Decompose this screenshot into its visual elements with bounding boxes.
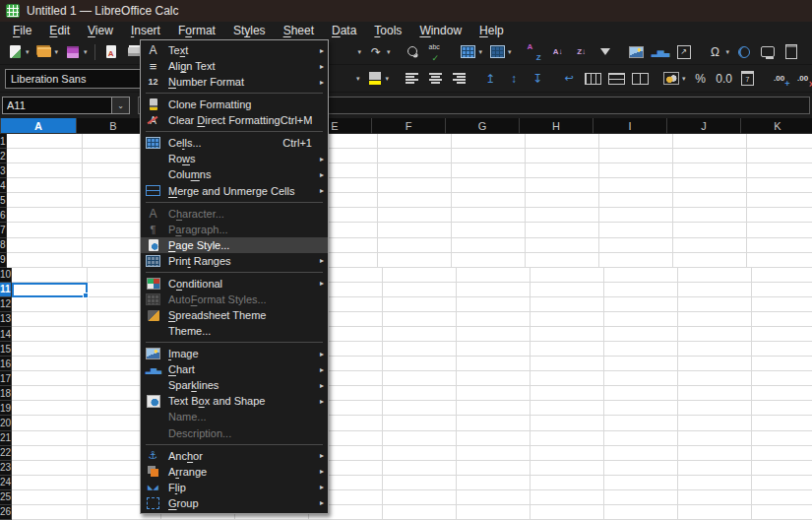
cell-H10[interactable] bbox=[531, 268, 604, 283]
cell-H7[interactable] bbox=[526, 223, 599, 237]
dropdown-arrow-icon[interactable]: ▾ bbox=[386, 75, 390, 83]
cell-J14[interactable] bbox=[678, 327, 752, 342]
dropdown-arrow-icon[interactable]: ▾ bbox=[356, 75, 360, 83]
spell-check-button[interactable] bbox=[426, 41, 448, 63]
menu-item-flip[interactable]: Flip▸ bbox=[141, 480, 328, 495]
cell-F16[interactable] bbox=[383, 357, 457, 371]
date-format-button[interactable] bbox=[737, 68, 759, 90]
cell-F9[interactable] bbox=[378, 253, 452, 268]
menubar-item-format[interactable]: Format bbox=[169, 23, 224, 38]
cell-K1[interactable] bbox=[747, 134, 812, 149]
menu-item-align-text[interactable]: Align Text▸ bbox=[141, 58, 328, 74]
cell-F18[interactable] bbox=[383, 386, 457, 401]
cell-F11[interactable] bbox=[383, 283, 457, 297]
cell-A19[interactable] bbox=[12, 401, 88, 416]
cell-A7[interactable] bbox=[7, 223, 83, 237]
cell-H12[interactable] bbox=[531, 297, 604, 312]
cell-J23[interactable] bbox=[678, 461, 752, 476]
cell-G1[interactable] bbox=[452, 134, 526, 149]
cell-G14[interactable] bbox=[457, 327, 531, 342]
row-header-15[interactable]: 15 bbox=[0, 342, 12, 357]
cell-A25[interactable] bbox=[12, 490, 88, 505]
cell-F5[interactable] bbox=[378, 193, 452, 208]
column-header-k[interactable]: K bbox=[741, 118, 812, 134]
align-center-button[interactable] bbox=[424, 68, 446, 90]
cell-A3[interactable] bbox=[7, 163, 83, 178]
cell-A24[interactable] bbox=[12, 476, 88, 490]
menu-item-conditional[interactable]: Conditional▸ bbox=[141, 276, 328, 292]
align-left-button[interactable] bbox=[401, 68, 422, 90]
cell-F8[interactable] bbox=[378, 238, 452, 253]
cell-G3[interactable] bbox=[452, 163, 526, 178]
cell-H6[interactable] bbox=[526, 208, 599, 223]
cell-J8[interactable] bbox=[673, 238, 747, 253]
cell-F26[interactable] bbox=[383, 505, 457, 520]
cell-K12[interactable] bbox=[752, 297, 812, 312]
cell-A18[interactable] bbox=[12, 386, 88, 401]
cell-I22[interactable] bbox=[604, 446, 678, 461]
cell-G21[interactable] bbox=[457, 431, 531, 446]
cell-A2[interactable] bbox=[7, 149, 83, 163]
cell-A22[interactable] bbox=[12, 446, 88, 461]
cell-J10[interactable] bbox=[678, 268, 752, 283]
cell-K17[interactable] bbox=[752, 371, 812, 386]
cell-K11[interactable] bbox=[752, 283, 812, 297]
cell-A12[interactable] bbox=[12, 297, 88, 312]
dropdown-arrow-icon[interactable]: ▾ bbox=[387, 48, 391, 56]
wrap-text-button[interactable] bbox=[558, 68, 580, 90]
autofilter-button[interactable] bbox=[594, 41, 616, 63]
row-header-17[interactable]: 17 bbox=[0, 371, 12, 386]
cell-K13[interactable] bbox=[752, 312, 812, 327]
cell-J2[interactable] bbox=[673, 149, 747, 163]
cell-A16[interactable] bbox=[12, 357, 88, 371]
cell-G5[interactable] bbox=[452, 193, 526, 208]
align-top-button[interactable] bbox=[479, 68, 501, 90]
cell-J26[interactable] bbox=[678, 505, 752, 520]
cell-J3[interactable] bbox=[673, 163, 747, 178]
cell-G26[interactable] bbox=[457, 505, 531, 520]
insert-comment-button[interactable] bbox=[757, 41, 779, 63]
insert-chart-button[interactable] bbox=[650, 41, 671, 63]
cell-I17[interactable] bbox=[604, 371, 678, 386]
cell-I13[interactable] bbox=[604, 312, 678, 327]
dropdown-arrow-icon[interactable]: ▾ bbox=[682, 75, 686, 83]
cell-F10[interactable] bbox=[383, 268, 457, 283]
cell-H14[interactable] bbox=[531, 327, 604, 342]
cell-F13[interactable] bbox=[383, 312, 457, 327]
delete-decimal-place-button[interactable] bbox=[792, 68, 812, 90]
cell-F2[interactable] bbox=[378, 149, 452, 163]
cell-K22[interactable] bbox=[752, 446, 812, 461]
menu-item-arrange[interactable]: Arrange▸ bbox=[141, 464, 328, 480]
cell-I3[interactable] bbox=[599, 163, 673, 178]
cell-H21[interactable] bbox=[531, 431, 604, 446]
cell-I1[interactable] bbox=[599, 134, 673, 149]
dropdown-arrow-icon[interactable]: ▾ bbox=[508, 48, 512, 56]
menu-item-theme[interactable]: Theme... bbox=[141, 323, 328, 339]
dropdown-arrow-icon[interactable]: ▾ bbox=[55, 48, 59, 56]
dropdown-arrow-icon[interactable]: ▾ bbox=[84, 48, 88, 56]
find-replace-button[interactable] bbox=[403, 41, 424, 63]
cell-H19[interactable] bbox=[531, 401, 604, 416]
cell-K20[interactable] bbox=[752, 416, 812, 430]
menu-item-spreadsheet-theme[interactable]: Spreadsheet Theme bbox=[141, 307, 328, 323]
menu-item-group[interactable]: Group▸ bbox=[141, 495, 328, 511]
cell-J15[interactable] bbox=[678, 342, 752, 357]
menubar-item-data[interactable]: Data bbox=[323, 23, 365, 38]
cell-K3[interactable] bbox=[747, 163, 812, 178]
cell-K5[interactable] bbox=[747, 193, 812, 208]
cell-H1[interactable] bbox=[526, 134, 599, 149]
row-header-19[interactable]: 19 bbox=[0, 401, 12, 416]
cell-H23[interactable] bbox=[531, 461, 604, 476]
cell-F12[interactable] bbox=[383, 297, 457, 312]
cell-A4[interactable] bbox=[7, 178, 83, 193]
cell-H3[interactable] bbox=[526, 163, 599, 178]
cell-F17[interactable] bbox=[383, 371, 457, 386]
cell-A17[interactable] bbox=[12, 371, 88, 386]
row-header-14[interactable]: 14 bbox=[0, 327, 12, 342]
menu-item-clone-formatting[interactable]: Clone Formatting bbox=[141, 97, 328, 112]
cell-I10[interactable] bbox=[604, 268, 678, 283]
merge-and-center-button[interactable] bbox=[582, 68, 603, 90]
cell-F19[interactable] bbox=[383, 401, 457, 416]
open-file-button[interactable]: ▾ bbox=[33, 41, 61, 63]
menu-item-rows[interactable]: Rows▸ bbox=[141, 151, 328, 166]
